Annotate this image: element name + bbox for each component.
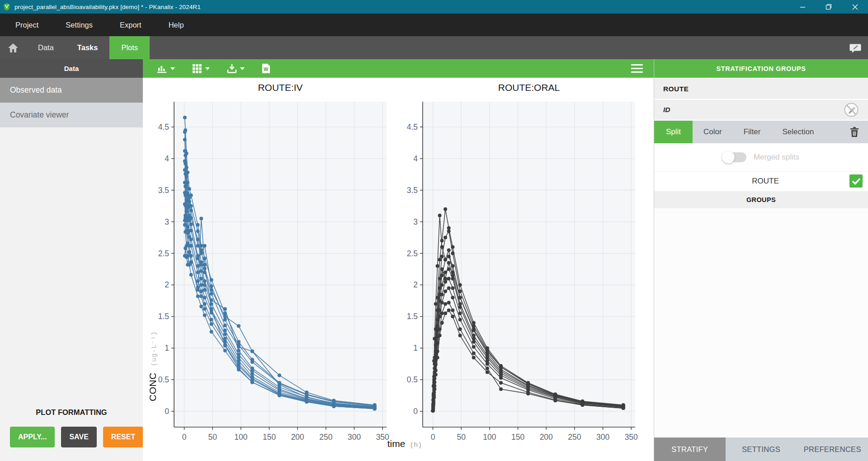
stratification-header: STRATIFICATION GROUPS [654, 59, 868, 78]
split-covariate-route: ROUTE [654, 171, 868, 190]
home-icon [8, 43, 19, 53]
stratify-mode-tabs: Split Color Filter Selection [654, 121, 868, 143]
plot-menu-button[interactable] [631, 64, 643, 73]
tab-filter[interactable]: Filter [733, 121, 772, 143]
groups-header: GROUPS [654, 190, 868, 209]
svg-text:2: 2 [165, 280, 169, 289]
pk-concentration-plots[interactable]: 05010015020025030035000.511.522.533.544.… [143, 78, 654, 461]
svg-text:1: 1 [413, 343, 418, 353]
svg-text:4.5: 4.5 [158, 122, 169, 132]
svg-text:3.5: 3.5 [158, 186, 169, 195]
title-bar: project_parallel_absBioavailability.pkx … [0, 0, 868, 14]
tab-selection[interactable]: Selection [771, 121, 825, 143]
layout-grid-icon [192, 64, 202, 74]
save-button[interactable]: SAVE [61, 427, 96, 447]
covariate-row-route[interactable]: ROUTE [654, 79, 868, 100]
tab-settings[interactable]: SETTINGS [726, 437, 797, 461]
menu-settings[interactable]: Settings [66, 21, 93, 29]
svg-text:3.5: 3.5 [407, 186, 418, 195]
plot-formatting-title: PLOT FORMATTING [0, 408, 143, 417]
svg-text:0.5: 0.5 [158, 375, 169, 384]
menu-help[interactable]: Help [169, 21, 184, 29]
plot-region: W ROUTE:IV ROUTE:ORAL 050100150200250300… [143, 59, 654, 461]
svg-text:4: 4 [413, 154, 418, 163]
svg-text:2.5: 2.5 [158, 249, 169, 258]
svg-text:2.5: 2.5 [407, 249, 418, 258]
right-panel-bottom-tabs: STRATIFY SETTINGS PREFERENCES [654, 437, 868, 461]
minimize-button[interactable] [789, 0, 816, 14]
svg-text:1.5: 1.5 [158, 312, 169, 321]
sidebar-item-covariate-viewer[interactable]: Covariate viewer [0, 103, 143, 127]
home-button[interactable] [0, 36, 26, 59]
svg-text:W: W [264, 66, 269, 72]
tab-data[interactable]: Data [26, 36, 66, 59]
export-image-icon [227, 64, 237, 74]
svg-text:4.5: 4.5 [407, 122, 418, 132]
main-tab-bar: Data Tasks Plots [0, 36, 868, 59]
word-report-icon: W [262, 63, 270, 74]
feedback-icon [849, 43, 861, 53]
svg-text:4: 4 [165, 154, 169, 163]
trash-icon [850, 127, 859, 137]
close-button[interactable] [842, 0, 868, 14]
y-axis-label: CONC(ug·L⁻¹) [147, 331, 158, 401]
svg-text:1.5: 1.5 [407, 312, 418, 321]
pkanalix-logo-icon [3, 3, 11, 11]
delete-stratification-button[interactable] [850, 121, 868, 143]
stratification-panel: STRATIFICATION GROUPS ROUTE ID Split Col… [654, 59, 868, 461]
reset-button[interactable]: RESET [103, 427, 143, 447]
check-icon [852, 178, 861, 185]
left-sidebar: Data Observed data Covariate viewer PLOT… [0, 59, 143, 461]
svg-text:2: 2 [413, 280, 418, 289]
x-axis-label: time(h) [174, 438, 635, 449]
svg-text:1: 1 [165, 343, 169, 353]
edit-disabled-icon[interactable] [844, 102, 859, 118]
pkanalix-window: project_parallel_absBioavailability.pkx … [0, 0, 868, 461]
tab-tasks[interactable]: Tasks [66, 36, 110, 59]
menu-project[interactable]: Project [15, 21, 38, 29]
chart-type-button[interactable] [156, 64, 175, 73]
chevron-down-icon [205, 67, 210, 70]
restore-button[interactable] [816, 0, 842, 14]
tab-preferences[interactable]: PREFERENCES [797, 437, 868, 461]
tab-stratify[interactable]: STRATIFY [654, 437, 726, 461]
covariate-row-id[interactable]: ID [654, 100, 868, 121]
sidebar-header: Data [0, 59, 143, 78]
chart-type-icon [156, 64, 167, 73]
svg-text:0: 0 [165, 407, 169, 416]
menu-bar: Project Settings Export Help [0, 14, 868, 36]
svg-text:3: 3 [413, 217, 418, 226]
svg-text:3: 3 [165, 217, 169, 226]
word-report-button[interactable]: W [262, 63, 270, 74]
tab-color[interactable]: Color [693, 121, 733, 143]
menu-export[interactable]: Export [120, 21, 142, 29]
merged-splits-row: Merged splits [654, 143, 868, 171]
plot-title-iv: ROUTE:IV [174, 82, 387, 93]
split-covariate-label: ROUTE [654, 177, 849, 186]
sidebar-item-observed-data[interactable]: Observed data [0, 78, 143, 103]
feedback-button[interactable] [843, 36, 868, 59]
apply-button[interactable]: APPLY... [10, 427, 55, 447]
layout-grid-button[interactable] [192, 64, 210, 74]
plot-formatting-section: PLOT FORMATTING APPLY... SAVE RESET [0, 408, 143, 461]
plot-toolbar: W [143, 59, 654, 78]
svg-text:0: 0 [413, 407, 418, 416]
window-title: project_parallel_absBioavailability.pkx … [14, 4, 201, 10]
route-checkbox[interactable] [849, 174, 863, 188]
export-image-button[interactable] [227, 64, 245, 74]
chevron-down-icon [170, 67, 175, 70]
merged-splits-toggle[interactable] [723, 152, 746, 162]
merged-splits-label: Merged splits [754, 153, 799, 162]
tab-split[interactable]: Split [654, 121, 693, 143]
chevron-down-icon [240, 67, 245, 70]
plot-title-oral: ROUTE:ORAL [423, 82, 635, 93]
tab-plots[interactable]: Plots [109, 36, 150, 59]
svg-text:0.5: 0.5 [407, 375, 418, 384]
observed-data-plots[interactable]: ROUTE:IV ROUTE:ORAL 05010015020025030035… [143, 78, 654, 461]
